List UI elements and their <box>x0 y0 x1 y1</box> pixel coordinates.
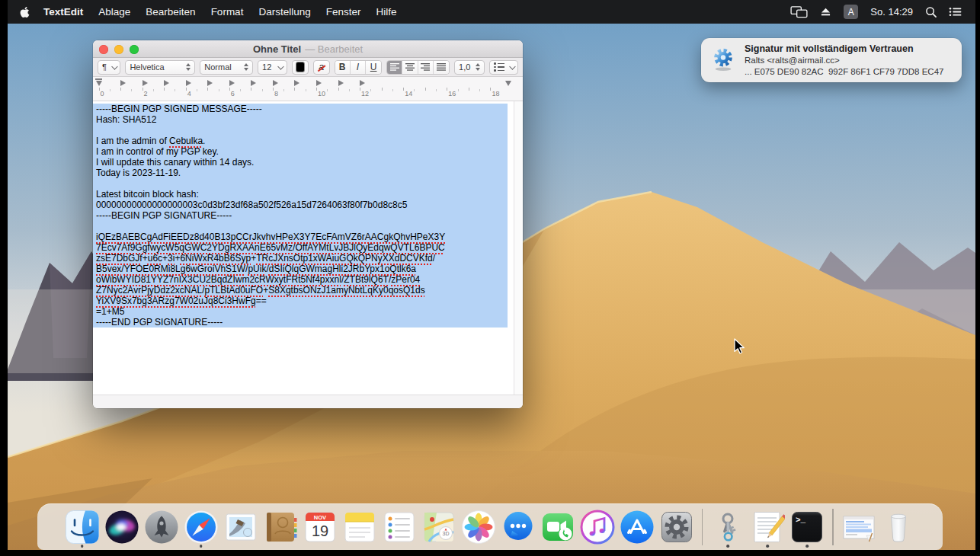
dock-item-trash-icon[interactable] <box>879 505 918 549</box>
font-family-select[interactable]: Helvetica <box>125 60 195 75</box>
dock-item-mail-icon[interactable] <box>221 505 261 549</box>
tab-stop-marker[interactable] <box>164 80 169 86</box>
menu-item-bearbeiten[interactable]: Bearbeiten <box>138 6 203 18</box>
right-indent-marker[interactable] <box>505 81 511 86</box>
screen-mirroring-icon[interactable] <box>790 5 808 18</box>
dock-item-safari-icon[interactable] <box>181 505 221 549</box>
background-color-button[interactable]: a <box>313 60 330 75</box>
notification-center-icon[interactable] <box>949 7 962 17</box>
text-editor-area[interactable]: -----BEGIN PGP SIGNED MESSAGE-----Hash: … <box>93 101 523 395</box>
spotlight-search-icon[interactable] <box>925 6 937 18</box>
dock-item-keychain-icon[interactable] <box>708 505 748 549</box>
dock-item-contacts-icon[interactable] <box>261 505 300 549</box>
input-source-indicator[interactable]: A <box>844 5 858 19</box>
dock-item-textedit-icon[interactable] <box>748 505 787 549</box>
desktop-screen: TextEdit AblageBearbeitenFormatDarstellu… <box>8 0 975 550</box>
align-right-button[interactable] <box>418 61 434 74</box>
text-line: I am in control of my PGP key. <box>93 146 508 157</box>
menu-item-format[interactable]: Format <box>203 6 251 18</box>
tab-stop-marker[interactable] <box>294 80 299 86</box>
text-line: I will update this canary within 14 days… <box>93 157 508 168</box>
font-style-select[interactable]: Normal <box>200 60 253 75</box>
vertical-scrollbar[interactable] <box>514 101 523 395</box>
menu-item-darstellung[interactable]: Darstellung <box>251 6 318 18</box>
tab-stop-marker[interactable] <box>120 80 126 86</box>
dock-item-notes-icon[interactable] <box>340 505 380 549</box>
menu-bar-status: A So. 14:29 <box>790 5 962 19</box>
align-justify-button[interactable] <box>434 61 449 74</box>
menu-bar: TextEdit AblageBearbeitenFormatDarstellu… <box>8 0 975 24</box>
menu-item-ablage[interactable]: Ablage <box>91 6 138 18</box>
text-color-well[interactable] <box>292 60 309 75</box>
close-button[interactable] <box>99 45 108 54</box>
text-line: oWibWYID81YYZ7nIX3CU2BqdZIwm2cRWxytFRt5N… <box>93 274 508 285</box>
ruler-number: 10 <box>318 90 325 97</box>
text-line: zsE7DbGJf+u6c+3i+6NiWxR4bB6Syp+TRcJXnsOt… <box>93 253 508 264</box>
underline-button[interactable]: U <box>366 61 381 74</box>
dock-item-itunes-icon[interactable] <box>578 505 617 549</box>
chevron-down-icon <box>509 63 515 69</box>
font-size-select[interactable]: 12 <box>258 60 287 75</box>
tab-stop-marker[interactable] <box>360 80 365 86</box>
apple-menu-icon[interactable] <box>18 6 31 18</box>
minimize-button[interactable] <box>114 45 123 54</box>
dock-item-finder-icon[interactable] <box>62 505 102 549</box>
tab-stop-marker[interactable] <box>186 80 191 86</box>
text-line: I am the admin of Cebulka. <box>93 136 508 146</box>
notification-fingerprint: ... E075 DE90 82AC 992F 86F1 CF79 7DD8 E… <box>745 66 943 78</box>
window-titlebar[interactable]: Ohne Titel— Bearbeitet <box>93 40 523 58</box>
menu-clock[interactable]: So. 14:29 <box>870 6 913 18</box>
text-line: Latest bitcoin block hash: <box>93 189 508 200</box>
running-indicator-dot <box>200 545 203 548</box>
text-line: =1+M5 <box>93 306 508 317</box>
mouse-cursor <box>734 338 749 355</box>
dock-item-maps-icon[interactable]: 3D <box>419 505 459 549</box>
dock-item-facetime-icon[interactable] <box>538 505 578 549</box>
color-swatch <box>296 62 304 72</box>
dock-item-appstore-icon[interactable] <box>617 505 657 549</box>
align-center-button[interactable] <box>402 61 418 74</box>
menu-app-name[interactable]: TextEdit <box>36 6 91 18</box>
menu-item-hilfe[interactable]: Hilfe <box>368 6 404 18</box>
stepper-icon <box>476 63 480 71</box>
ruler-number: 14 <box>405 90 412 97</box>
tab-stop-marker[interactable] <box>229 80 235 86</box>
format-toolbar: ¶ Helvetica Normal 12 a B I U <box>93 58 523 77</box>
dock-item-photos-icon[interactable] <box>459 505 498 549</box>
list-style-button[interactable] <box>489 60 518 75</box>
svg-text:>_: >_ <box>796 515 806 524</box>
dock-item-terminal-icon[interactable]: >_ <box>787 505 827 549</box>
notification-banner[interactable]: Signatur mit vollständigem Vertrauen Ral… <box>701 38 962 82</box>
dock-item-minimized-window-icon[interactable] <box>839 505 879 549</box>
ruler-number: 4 <box>187 90 191 97</box>
tab-stop-marker[interactable] <box>143 80 148 86</box>
svg-text:3D: 3D <box>442 531 449 536</box>
tab-stop-marker[interactable] <box>251 80 256 86</box>
dock-item-launchpad-icon[interactable] <box>142 505 181 549</box>
dock-item-messages-icon[interactable] <box>498 505 538 549</box>
menu-item-fenster[interactable]: Fenster <box>319 6 369 18</box>
textedit-window: Ohne Titel— Bearbeitet ¶ Helvetica Norma… <box>93 40 523 408</box>
eject-icon[interactable] <box>820 7 831 17</box>
bold-button[interactable]: B <box>335 61 351 74</box>
running-indicator-dot <box>766 545 769 548</box>
tab-stop-marker[interactable] <box>207 80 213 86</box>
tab-stop-marker[interactable] <box>273 80 278 86</box>
italic-button[interactable]: I <box>351 61 366 74</box>
dock-item-reminders-icon[interactable] <box>380 505 419 549</box>
dock-item-calendar-icon[interactable]: NOV19 <box>300 505 340 549</box>
tab-stop-marker[interactable] <box>338 80 344 86</box>
paragraph-style-button[interactable]: ¶ <box>98 60 120 75</box>
stepper-icon <box>244 63 248 71</box>
line-spacing-control[interactable]: 1,0 <box>454 60 485 75</box>
zoom-button[interactable] <box>130 45 139 54</box>
tab-stop-marker[interactable] <box>316 80 322 86</box>
ruler-number: 12 <box>361 90 369 97</box>
dock-item-siri-icon[interactable] <box>102 505 142 549</box>
dock-item-sysprefs-icon[interactable] <box>657 505 697 549</box>
align-left-button[interactable] <box>387 61 402 74</box>
notification-subtitle: Ralts <ralts@airmail.cc> <box>745 55 943 66</box>
svg-text:NOV: NOV <box>313 513 325 520</box>
left-indent-marker[interactable] <box>95 78 102 86</box>
text-line: Z7Nyc2AvrPjyDdz2xcNAL/pTLBtAd0uFO+S8Xgtb… <box>93 285 508 296</box>
